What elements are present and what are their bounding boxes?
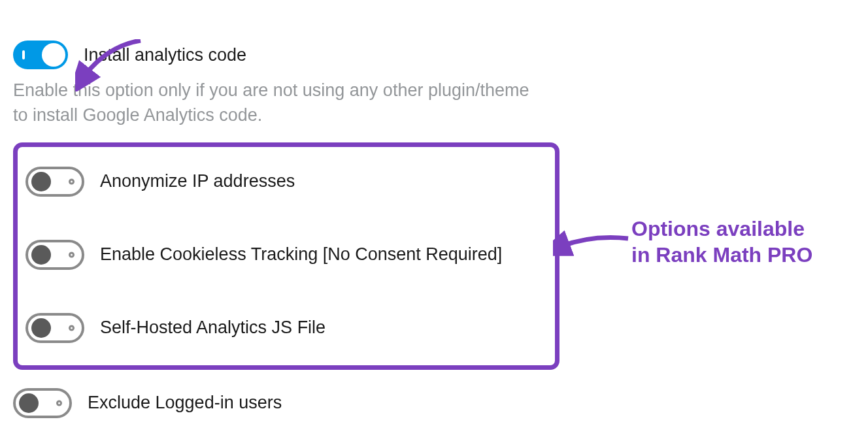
install-analytics-label: Install analytics code <box>84 45 246 65</box>
exclude-logged-in-toggle-row: Exclude Logged-in users <box>13 388 855 418</box>
toggle-off-indicator <box>69 178 75 184</box>
toggle-knob <box>19 393 39 413</box>
pro-annotation-text: Options available in Rank Math PRO <box>631 216 812 268</box>
exclude-logged-in-toggle[interactable] <box>13 388 72 418</box>
toggle-off-indicator <box>69 252 75 257</box>
cookieless-toggle[interactable] <box>25 240 84 270</box>
pro-annotation-line1: Options available <box>631 217 805 240</box>
cookieless-label: Enable Cookieless Tracking [No Consent R… <box>100 244 502 265</box>
self-hosted-label: Self-Hosted Analytics JS File <box>100 318 326 338</box>
toggle-knob <box>31 245 51 265</box>
cookieless-toggle-row: Enable Cookieless Tracking [No Consent R… <box>25 240 547 270</box>
pro-options-box: Anonymize IP addresses Enable Cookieless… <box>13 142 559 370</box>
self-hosted-toggle[interactable] <box>25 313 84 343</box>
exclude-logged-in-label: Exclude Logged-in users <box>88 393 282 413</box>
install-analytics-toggle-row: Install analytics code <box>13 41 855 69</box>
install-analytics-help-text: Enable this option only if you are not u… <box>13 78 542 128</box>
toggle-knob <box>31 318 51 338</box>
toggle-knob <box>31 172 51 191</box>
anonymize-ip-toggle-row: Anonymize IP addresses <box>25 167 547 197</box>
toggle-on-indicator <box>22 50 25 59</box>
self-hosted-toggle-row: Self-Hosted Analytics JS File <box>25 313 547 343</box>
toggle-off-indicator <box>69 325 75 331</box>
toggle-off-indicator <box>56 400 62 406</box>
annotation-arrow-icon <box>553 220 631 259</box>
install-analytics-toggle[interactable] <box>13 41 68 69</box>
anonymize-ip-toggle[interactable] <box>25 167 84 197</box>
pro-annotation-line2: in Rank Math PRO <box>631 243 812 267</box>
anonymize-ip-label: Anonymize IP addresses <box>100 171 295 191</box>
toggle-knob <box>42 43 65 67</box>
